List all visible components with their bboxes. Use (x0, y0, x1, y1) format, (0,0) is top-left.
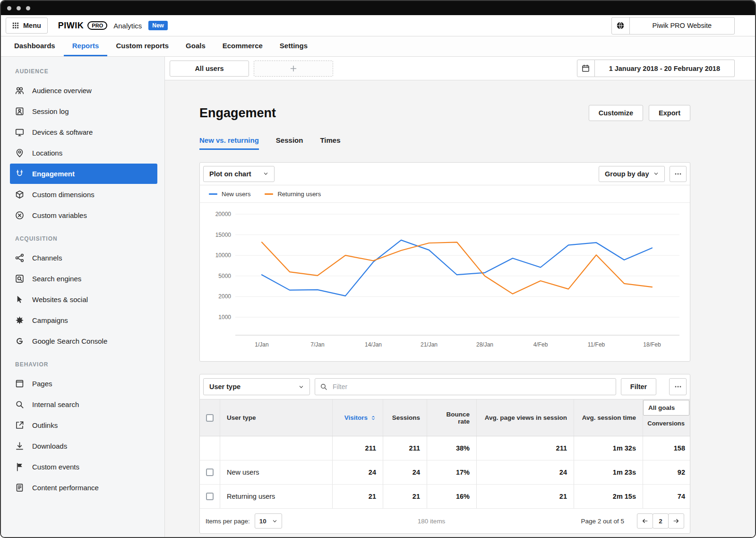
nav-tab-goals[interactable]: Goals (177, 36, 214, 56)
nav-tab-dashboards[interactable]: Dashboards (6, 36, 64, 56)
window-dot[interactable] (17, 6, 21, 10)
table-footer: Items per page: 10 180 items Page 2 out … (200, 509, 690, 533)
dimension-select[interactable]: User type (203, 378, 310, 395)
select-all-checkbox[interactable] (206, 414, 214, 422)
table-header-row: User typeVisitorsSessionsBounce rateAvg.… (200, 399, 690, 436)
items-per-page-select[interactable]: 10 (255, 513, 282, 529)
engagement-line-chart: 1000200050001000015000200001/Jan7/Jan14/… (200, 203, 692, 361)
row-checkbox[interactable] (206, 493, 214, 500)
legend-item-new-users[interactable]: New users (209, 191, 250, 198)
site-picker[interactable]: Piwik PRO Website (611, 17, 735, 35)
nav-tab-ecommerce[interactable]: Ecommerce (214, 36, 271, 56)
nav-tab-custom-reports[interactable]: Custom reports (107, 36, 177, 56)
svg-text:1000: 1000 (218, 314, 231, 321)
next-page-button[interactable] (668, 513, 684, 529)
sidebar-item-custom-variables[interactable]: Custom variables (10, 205, 157, 226)
row-label: New users (220, 460, 333, 484)
sidebar-item-pages[interactable]: Pages (10, 373, 157, 394)
row-checkbox[interactable] (206, 469, 214, 476)
svg-text:1/Jan: 1/Jan (255, 341, 268, 348)
all-users-segment-button[interactable]: All users (170, 61, 249, 77)
sidebar-item-campaigns[interactable]: Campaigns (10, 310, 157, 330)
group-by-dropdown[interactable]: Group by day (599, 166, 665, 182)
filter-button[interactable]: Filter (621, 378, 656, 395)
column-header-avg-page-views-in-session[interactable]: Avg. page views in session (477, 399, 574, 436)
cube-icon (15, 190, 24, 199)
column-header-avg-session-time[interactable]: Avg. session time (574, 399, 643, 436)
brand-pro-badge: PRO (87, 21, 107, 30)
filter-input[interactable] (332, 382, 611, 391)
sidebar-item-label: Internal search (32, 400, 79, 408)
sidebar-item-devices-software[interactable]: Devices & software (10, 122, 157, 142)
cell-visitors: 24 (333, 460, 383, 484)
plot-on-chart-dropdown[interactable]: Plot on chart (203, 166, 275, 182)
sidebar-item-search-engines[interactable]: Search engines (10, 269, 157, 289)
sidebar-item-websites-social[interactable]: Websites & social (10, 289, 157, 310)
app-window: Menu PIWIK PRO Analytics New Piwik PRO W… (0, 0, 756, 538)
sidebar-section-label: BEHAVIOR (1, 352, 164, 373)
cell-conversions: 74 (643, 485, 690, 508)
caret-down-icon (653, 171, 659, 176)
nav-tab-reports[interactable]: Reports (64, 36, 108, 56)
column-header-label: Sessions (392, 414, 420, 421)
sidebar-item-content-performance[interactable]: Content performance (10, 477, 157, 498)
legend-item-returning-users[interactable]: Returning users (265, 191, 321, 198)
current-page-button[interactable]: 2 (653, 513, 669, 529)
sidebar-section-label: ACQUISITION (1, 226, 164, 248)
sidebar-item-label: Channels (32, 254, 62, 262)
filter-search-box (315, 378, 616, 395)
pagination: 2 (637, 513, 684, 529)
globe-icon (616, 21, 625, 30)
sidebar-item-engagement[interactable]: Engagement (10, 164, 157, 184)
date-range-picker[interactable]: 1 January 2018 - 20 February 2018 (577, 60, 735, 77)
sidebar-item-label: Custom dimensions (32, 191, 94, 199)
customize-button[interactable]: Customize (589, 105, 643, 121)
sidebar-item-custom-events[interactable]: Custom events (10, 457, 157, 477)
legend-label: Returning users (277, 191, 321, 198)
product-name: Analytics (113, 22, 142, 30)
window-controls[interactable] (1, 6, 30, 10)
arrow-left-icon (642, 518, 648, 524)
chart-panel-header: Plot on chart Group by day (200, 163, 690, 185)
sidebar-item-label: Custom events (32, 463, 79, 471)
nav-tab-settings[interactable]: Settings (271, 36, 316, 56)
report-tab-times[interactable]: Times (320, 136, 340, 150)
sidebar-item-channels[interactable]: Channels (10, 248, 157, 268)
sidebar-item-custom-dimensions[interactable]: Custom dimensions (10, 184, 157, 205)
conversions-subheader[interactable]: Conversions (643, 416, 689, 427)
devices-icon (15, 128, 24, 137)
cell-avg-session-time: 1m 23s (574, 460, 643, 484)
sidebar-item-audience-overview[interactable]: Audience overview (10, 80, 157, 101)
sidebar-item-outlinks[interactable]: Outlinks (10, 415, 157, 435)
chart-more-button[interactable] (670, 166, 687, 182)
column-header-sessions[interactable]: Sessions (383, 399, 427, 436)
column-header-visitors[interactable]: Visitors (333, 399, 383, 436)
burst-icon (15, 316, 24, 325)
nav-tabs: DashboardsReportsCustom reportsGoalsEcom… (6, 36, 316, 56)
sidebar-item-label: Custom variables (32, 211, 87, 219)
sidebar-item-downloads[interactable]: Downloads (10, 436, 157, 456)
window-dot[interactable] (26, 6, 30, 10)
add-segment-button[interactable] (254, 61, 333, 77)
column-header-label: Avg. session time (582, 414, 636, 421)
cursor-icon (15, 295, 24, 304)
table-more-button[interactable] (669, 378, 687, 395)
window-dot[interactable] (7, 6, 11, 10)
column-header-user-type[interactable]: User type (220, 399, 333, 436)
sidebar-item-google-search-console[interactable]: Google Search Console (10, 331, 157, 351)
prev-page-button[interactable] (637, 513, 653, 529)
report-tab-session[interactable]: Session (276, 136, 303, 150)
report-tab-new-vs-returning[interactable]: New vs. returning (199, 136, 259, 150)
table-row: New users242417%241m 23s92 (200, 460, 690, 485)
totals-row: 21121138%2111m 32s158 (200, 436, 690, 460)
engagement-icon (15, 169, 24, 178)
export-button[interactable]: Export (649, 105, 690, 121)
cell-avg-session-time: 2m 15s (574, 485, 643, 508)
sidebar-item-locations[interactable]: Locations (10, 143, 157, 163)
column-header-bounce-rate[interactable]: Bounce rate (427, 399, 477, 436)
svg-text:28/Jan: 28/Jan (476, 341, 493, 348)
sidebar-item-internal-search[interactable]: Internal search (10, 394, 157, 415)
menu-button[interactable]: Menu (6, 17, 48, 34)
all-goals-tab[interactable]: All goals (643, 400, 689, 416)
sidebar-item-session-log[interactable]: Session log (10, 101, 157, 121)
